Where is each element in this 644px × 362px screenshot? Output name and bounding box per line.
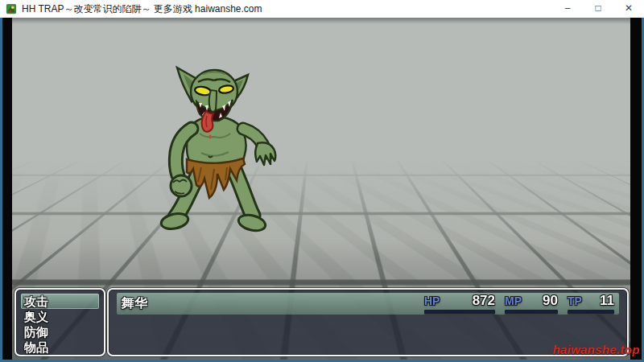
actor-gauges: HP 872 MP 90 TP 11 (424, 293, 614, 315)
watermark-text: haiwanshe.top (553, 343, 640, 356)
hp-gauge-bar (424, 310, 495, 314)
mp-gauge: MP 90 (505, 293, 558, 315)
battle-scene: 攻击 奥义 防御 物品 舞华 HP 872 MP (12, 18, 630, 360)
command-item[interactable]: 物品 (21, 339, 99, 355)
fog-background (12, 18, 630, 259)
hp-label: HP (424, 294, 440, 307)
actor-name: 舞华 (122, 295, 147, 312)
command-special[interactable]: 奥义 (21, 309, 99, 324)
tp-value: 11 (600, 293, 614, 309)
hp-gauge: HP 872 (424, 293, 495, 315)
top-shading (12, 18, 630, 24)
actor-status-row: 舞华 HP 872 MP 90 TP (117, 293, 619, 315)
goblin-enemy-sprite[interactable] (153, 47, 282, 240)
titlebar: HH TRAP～改变常识的陷阱～ 更多游戏 haiwanshe.com – □ … (0, 0, 644, 18)
app-window: HH TRAP～改变常识的陷阱～ 更多游戏 haiwanshe.com – □ … (0, 0, 644, 362)
tp-gauge: TP 11 (568, 293, 614, 315)
battle-status-window: 舞华 HP 872 MP 90 TP (107, 288, 629, 356)
battle-command-window: 攻击 奥义 防御 物品 (14, 288, 105, 356)
mp-gauge-bar (505, 310, 558, 314)
command-attack[interactable]: 攻击 (21, 294, 99, 309)
minimize-button[interactable]: – (552, 0, 583, 18)
hp-value: 872 (473, 293, 495, 309)
window-title: HH TRAP～改变常识的陷阱～ 更多游戏 haiwanshe.com (22, 2, 262, 16)
app-icon (6, 3, 17, 14)
mp-value: 90 (543, 293, 558, 309)
mp-label: MP (505, 294, 522, 307)
maximize-button[interactable]: □ (583, 0, 613, 18)
close-button[interactable]: ✕ (613, 0, 644, 18)
game-client-area: 攻击 奥义 防御 物品 舞华 HP 872 MP (2, 18, 642, 360)
tp-label: TP (568, 294, 582, 307)
tp-gauge-bar (568, 310, 614, 314)
window-controls: – □ ✕ (552, 0, 644, 18)
command-guard[interactable]: 防御 (21, 324, 99, 339)
